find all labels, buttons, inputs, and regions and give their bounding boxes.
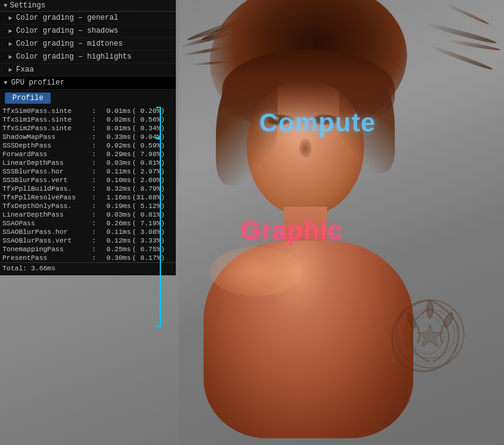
row-name: SSSBlurPass.hor — [2, 168, 92, 175]
profiler-row: TfxPpllResolvePass : 1.16ms (31.68%) — [0, 193, 176, 202]
row-time: 0.03ms — [97, 159, 131, 167]
profiler-row: SSSDepthPass : 0.02ms ( 0.59%) — [0, 141, 176, 150]
row-time: 0.29ms — [97, 151, 131, 158]
menu-item-0[interactable]: ▶Color grading – general — [0, 12, 176, 25]
row-colon: : — [92, 211, 97, 218]
profiler-total: Total: 3.66ms — [0, 262, 176, 274]
row-colon: : — [92, 125, 97, 132]
graphic-bracket-bar — [160, 138, 161, 327]
row-name: LinearDepthPass — [2, 211, 92, 218]
row-time: 0.12ms — [97, 237, 131, 244]
profiler-row: ShadowMapPass : 0.33ms ( 9.04%) — [0, 133, 176, 141]
profiler-row: SSAOBlurPass.vert : 0.12ms ( 3.33%) — [0, 236, 176, 245]
profiler-row: SSSBlurPass.hor : 0.11ms ( 2.97%) — [0, 167, 176, 176]
profile-button[interactable]: Profile — [5, 93, 51, 104]
row-colon: : — [92, 194, 97, 201]
row-colon: : — [92, 254, 97, 262]
menu-item-4[interactable]: ▶Fxaa — [0, 64, 176, 77]
profiler-row: LinearDepthPass : 0.03ms ( 0.81%) — [0, 210, 176, 219]
row-name: ForwardPass — [2, 151, 92, 158]
row-name: SSAOBlurPass.hor — [2, 228, 92, 236]
tattoo — [374, 278, 485, 389]
settings-header[interactable]: ▼ Settings — [0, 0, 176, 12]
menu-item-arrow-icon: ▶ — [9, 53, 12, 60]
menu-item-label: Color grading – midtones — [16, 40, 123, 48]
menu-item-2[interactable]: ▶Color grading – midtones — [0, 38, 176, 51]
row-name: SSAOPass — [2, 220, 92, 227]
row-colon: : — [92, 237, 97, 244]
profiler-row: SSSBlurPass.vert : 0.10ms ( 2.60%) — [0, 176, 176, 185]
row-name: TfxSim2Pass.sinte — [2, 125, 92, 132]
row-colon: : — [92, 228, 97, 236]
profiler-rows-list: TfxSim0Pass.sinte : 0.01ms ( 0.20%) TfxS… — [0, 107, 176, 262]
row-name: TfxPpllResolvePass — [2, 194, 92, 201]
menu-item-arrow-icon: ▶ — [9, 66, 12, 73]
compute-label: Compute — [259, 108, 376, 138]
row-name: TfxPpllBuildPass. — [2, 185, 92, 193]
profiler-row: TfxSim0Pass.sinte : 0.01ms ( 0.20%) — [0, 107, 176, 115]
row-time: 1.16ms — [97, 194, 131, 201]
profiler-row: TfxDepthOnlyPass. : 0.19ms ( 5.12%) — [0, 202, 176, 210]
menu-items-list: ▶Color grading – general▶Color grading –… — [0, 12, 176, 77]
row-name: TonemappingPass — [2, 246, 92, 253]
settings-panel: ▼ Settings ▶Color grading – general▶Colo… — [0, 0, 176, 275]
row-colon: : — [92, 151, 97, 158]
profiler-row: ForwardPass : 0.29ms ( 7.98%) — [0, 150, 176, 159]
profiler-row: TfxPpllBuildPass. : 0.32ms ( 8.79%) — [0, 185, 176, 193]
settings-arrow-icon: ▼ — [4, 2, 7, 9]
profiler-row: TfxSim1Pass.sinte : 0.02ms ( 0.56%) — [0, 115, 176, 124]
row-colon: : — [92, 116, 97, 123]
graphic-bracket-bottom — [156, 326, 161, 327]
row-colon: : — [92, 220, 97, 227]
row-colon: : — [92, 107, 97, 115]
row-name: PresentPass — [2, 254, 92, 262]
row-name: SSSDepthPass — [2, 142, 92, 149]
compute-bracket-bar — [160, 107, 161, 138]
row-name: SSSBlurPass.vert — [2, 177, 92, 184]
menu-item-label: Color grading – shadows — [16, 27, 118, 35]
gpu-profiler-label: GPU profiler — [11, 78, 64, 87]
row-colon: : — [92, 177, 97, 184]
row-time: 0.19ms — [97, 202, 131, 210]
row-colon: : — [92, 168, 97, 175]
menu-item-label: Color grading – highlights — [16, 52, 131, 61]
menu-item-arrow-icon: ▶ — [9, 27, 12, 35]
row-colon: : — [92, 185, 97, 193]
row-name: TfxSim0Pass.sinte — [2, 107, 92, 115]
profile-btn-container: Profile — [0, 89, 176, 106]
profiler-row: TonemappingPass : 0.25ms ( 6.75%) — [0, 245, 176, 254]
menu-item-label: Color grading – general — [16, 14, 118, 22]
profiler-row: TfxSim2Pass.sinte : 0.01ms ( 0.34%) — [0, 124, 176, 133]
row-time: 0.32ms — [97, 185, 131, 193]
row-time: 0.01ms — [97, 125, 131, 132]
row-time: 0.01ms — [97, 107, 131, 115]
row-time: 0.02ms — [97, 142, 131, 149]
profiler-data: TfxSim0Pass.sinte : 0.01ms ( 0.20%) TfxS… — [0, 106, 176, 275]
row-time: 0.11ms — [97, 168, 131, 175]
row-name: SSAOBlurPass.vert — [2, 237, 92, 244]
character-render: Compute Graphic — [179, 0, 504, 445]
profiler-row: PresentPass : 0.30ms ( 8.17%) — [0, 254, 176, 262]
row-time: 0.26ms — [97, 220, 131, 227]
row-time: 0.30ms — [97, 254, 131, 262]
row-colon: : — [92, 133, 97, 141]
row-name: TfxSim1Pass.sinte — [2, 116, 92, 123]
menu-item-3[interactable]: ▶Color grading – highlights — [0, 51, 176, 64]
compute-bracket-top — [156, 107, 161, 108]
row-time: 0.10ms — [97, 177, 131, 184]
row-time: 0.03ms — [97, 211, 131, 218]
row-colon: : — [92, 202, 97, 210]
profiler-row: LinearDepthPass : 0.03ms ( 0.81%) — [0, 159, 176, 167]
row-colon: : — [92, 246, 97, 253]
graphic-label: Graphic — [241, 216, 343, 246]
row-name: ShadowMapPass — [2, 133, 92, 141]
row-colon: : — [92, 159, 97, 167]
menu-item-arrow-icon: ▶ — [9, 14, 12, 22]
menu-item-1[interactable]: ▶Color grading – shadows — [0, 25, 176, 38]
row-name: TfxDepthOnlyPass. — [2, 202, 92, 210]
settings-title: Settings — [10, 1, 46, 10]
graphic-bracket-top — [156, 138, 161, 139]
menu-item-label: Fxaa — [16, 65, 34, 74]
profiler-row: SSAOBlurPass.hor : 0.11ms ( 3.08%) — [0, 228, 176, 236]
gpu-profiler-header[interactable]: ▼ GPU profiler — [0, 77, 176, 89]
